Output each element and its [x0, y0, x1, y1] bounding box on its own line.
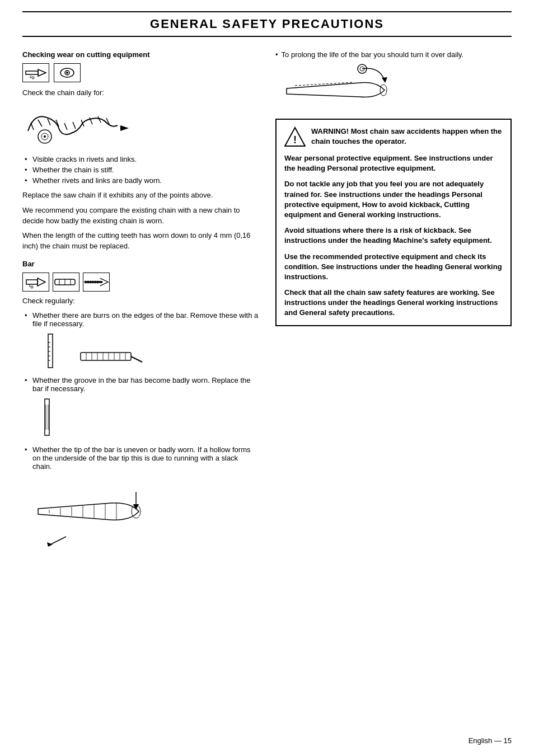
svg-point-7	[66, 72, 68, 74]
page: GENERAL SAFETY PRECAUTIONS Checking wear…	[0, 0, 534, 756]
svg-line-42	[131, 356, 142, 362]
svg-marker-8	[120, 125, 129, 131]
chain-icon-row: →	[22, 63, 259, 82]
groove-illustration	[38, 396, 259, 440]
bar-file-horizontal-svg	[78, 342, 145, 370]
two-column-layout: Checking wear on cutting equipment →	[22, 50, 512, 555]
eye-icon-box	[54, 63, 81, 82]
bar-bullet-1: Whether there are burrs on the edges of …	[22, 311, 259, 370]
bar-section: Bar	[22, 260, 259, 550]
bar-file-svg	[38, 331, 69, 370]
magnify-icon	[57, 65, 78, 80]
bar-tip-svg	[32, 475, 144, 548]
bar-arrow-icon	[25, 275, 46, 289]
svg-text:!: !	[293, 134, 297, 145]
chain-tool-icon-box: →	[22, 63, 49, 82]
page-footer: English — 15	[469, 736, 512, 745]
bar-icon-1	[22, 273, 49, 292]
bar-icon-row	[22, 273, 259, 292]
prolong-bullet: To prolong the life of the bar you shoul…	[275, 50, 512, 59]
warning-triangle-icon: !	[284, 126, 306, 148]
svg-marker-59	[382, 77, 387, 83]
bar-icon-2	[53, 273, 79, 292]
svg-rect-27	[48, 334, 53, 368]
svg-point-16	[31, 286, 33, 288]
page-title: GENERAL SAFETY PRECAUTIONS	[22, 11, 512, 37]
svg-rect-33	[81, 353, 131, 360]
chain-svg	[22, 103, 134, 148]
svg-text:→: →	[28, 76, 32, 79]
groove-svg	[38, 396, 63, 438]
chain-bullet-2: Whether the chain is stiff.	[22, 166, 259, 174]
bar-shape-icon	[54, 275, 78, 289]
chain-illustration	[22, 103, 259, 149]
bar-worn-icon	[83, 275, 109, 289]
svg-rect-13	[26, 280, 38, 284]
chain-bullet-list: Visible cracks in rivets and links. Whet…	[22, 155, 259, 185]
svg-rect-0	[26, 71, 38, 74]
recommend-para: We recommend you compare the existing ch…	[22, 205, 259, 227]
svg-marker-14	[38, 278, 45, 286]
warning-para-2: Do not tackle any job that you feel you …	[284, 179, 503, 220]
svg-point-12	[44, 135, 46, 138]
svg-point-58	[380, 84, 387, 96]
file-illustration	[38, 331, 259, 370]
svg-marker-50	[47, 542, 53, 547]
bar-bullet-3: Whether the tip of the bar is uneven or …	[22, 445, 259, 550]
bar-over-svg	[275, 63, 387, 108]
warning-header: ! WARNING! Most chain saw accidents happ…	[284, 126, 503, 148]
svg-line-49	[49, 537, 66, 545]
warning-box: ! WARNING! Most chain saw accidents happ…	[275, 119, 512, 326]
left-column: Checking wear on cutting equipment →	[22, 50, 259, 555]
right-column: To prolong the life of the bar you shoul…	[275, 50, 512, 555]
warning-para-3: Avoid situations where there is a risk o…	[284, 226, 503, 246]
warning-para-4: Use the recommended protective equipment…	[284, 252, 503, 283]
replace-para: Replace the saw chain if it exhibits any…	[22, 190, 259, 201]
section1-heading: Checking wear on cutting equipment	[22, 50, 259, 59]
arrow-chain-icon: →	[25, 65, 46, 80]
chain-daily-label: Check the chain daily for:	[22, 88, 259, 98]
warning-para-5: Check that all the chain saw safety feat…	[284, 288, 503, 318]
svg-point-4	[32, 77, 34, 79]
bar-tip-illustration	[32, 475, 259, 550]
warning-para-1: Wear personal protective equipment. See …	[284, 153, 503, 173]
svg-rect-43	[45, 399, 49, 435]
bar-bullet-2: Whether the groove in the bar has become…	[22, 376, 259, 440]
warning-title: WARNING! Most chain saw accidents happen…	[311, 126, 503, 147]
chain-bullet-3: Whether rivets and links are badly worn.	[22, 176, 259, 185]
check-regularly-label: Check regularly:	[22, 296, 259, 307]
bar-bullet-list: Whether there are burrs on the edges of …	[22, 311, 259, 550]
chain-bullet-1: Visible cracks in rivets and links.	[22, 155, 259, 163]
svg-marker-1	[38, 69, 46, 76]
length-para: When the length of the cutting teeth has…	[22, 231, 259, 252]
bar-over-illustration	[275, 63, 512, 110]
bar-icon-3	[83, 273, 110, 292]
bar-heading: Bar	[22, 260, 259, 268]
